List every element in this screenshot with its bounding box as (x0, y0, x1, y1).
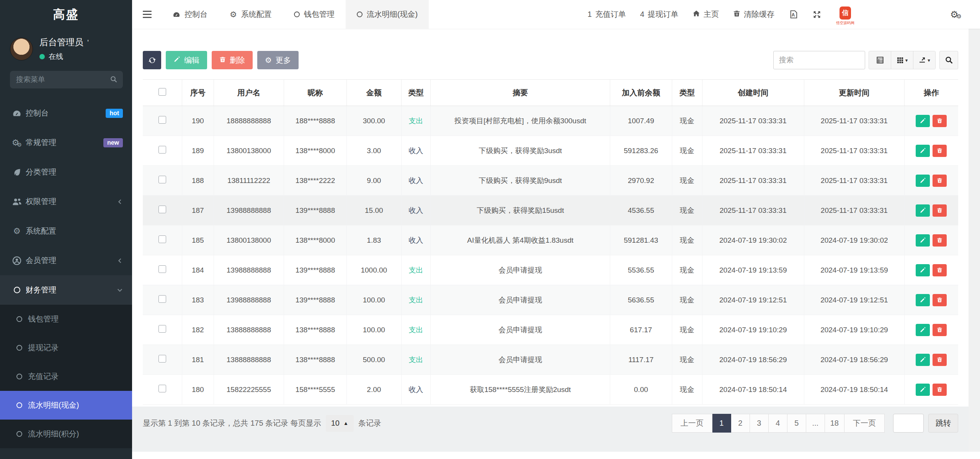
jump-page-input[interactable] (893, 414, 924, 433)
cell-category: 现金 (672, 196, 702, 225)
translate-icon[interactable]: A (789, 10, 798, 19)
row-edit-button[interactable] (916, 264, 930, 276)
submenu-item-recharge-records[interactable]: 充值记录 (0, 362, 132, 391)
tab-flow-cash[interactable]: 流水明细(现金) (346, 0, 429, 29)
refresh-button[interactable] (143, 51, 161, 69)
page-number-button[interactable]: 3 (750, 414, 769, 433)
settings-cogs-icon[interactable]: ⚙⚙ (950, 9, 962, 20)
table-search-input[interactable] (773, 51, 865, 69)
user-name: 后台管理员 (39, 37, 83, 47)
row-checkbox[interactable] (158, 325, 166, 333)
row-delete-button[interactable] (933, 324, 947, 336)
sidebar-item-console[interactable]: 控制台 hot (0, 98, 132, 128)
brand-seal-icon[interactable]: 信 悟空源码网 (836, 7, 855, 26)
tab-wallet[interactable]: 钱包管理 (283, 0, 346, 29)
page-number-button[interactable]: 18 (825, 414, 844, 433)
cell-amount: 15.00 (346, 196, 401, 225)
sidebar-item-general[interactable]: ⚙⚙ 常规管理 new (0, 128, 132, 157)
chevron-left-icon (117, 258, 123, 264)
row-delete-button[interactable] (933, 204, 947, 217)
row-delete-button[interactable] (933, 294, 947, 306)
sidebar-item-finance[interactable]: 财务管理 (0, 275, 132, 305)
export-button[interactable]: ▾ (913, 51, 935, 69)
columns-button[interactable]: ▾ (891, 51, 913, 69)
row-delete-button[interactable] (933, 264, 947, 276)
scrollbar-track[interactable] (969, 29, 980, 452)
sidebar-item-system-config[interactable]: ⚙ 系统配置 (0, 216, 132, 246)
submenu-item-flow-points[interactable]: 流水明细(积分) (0, 420, 132, 448)
recharge-orders-link[interactable]: 1 充值订单 (588, 9, 626, 20)
row-edit-button[interactable] (916, 175, 930, 187)
row-edit-button[interactable] (916, 354, 930, 366)
top-tabs: 控制台 ⚙ 系统配置 钱包管理 流水明细(现金) (162, 0, 429, 29)
sidebar-toggle-button[interactable] (143, 11, 152, 18)
row-checkbox[interactable] (158, 295, 166, 303)
select-all-checkbox[interactable] (158, 88, 166, 96)
row-edit-button[interactable] (916, 234, 930, 247)
cell-nickname: 139****8888 (284, 255, 346, 285)
fullscreen-icon[interactable] (812, 10, 822, 19)
page-number-button[interactable]: 1 (712, 414, 731, 433)
row-delete-button[interactable] (933, 145, 947, 157)
table-row: 181 13888888888 138****8888 500.00 支出 会员… (143, 345, 958, 375)
more-button[interactable]: ⚙ 更多 (257, 51, 299, 69)
page-number-button[interactable]: 5 (787, 414, 806, 433)
column-header: 创建时间 (702, 80, 804, 106)
page-number-button[interactable]: 4 (769, 414, 787, 433)
row-checkbox[interactable] (158, 385, 166, 392)
cell-summary: 获取158****5555注册奖励2usdt (431, 375, 610, 405)
sidebar-item-category[interactable]: 分类管理 (0, 157, 132, 187)
jump-button[interactable]: 跳转 (928, 414, 958, 433)
page-size-select[interactable]: 10 ▲ (326, 415, 354, 432)
app-logo: 高盛 (0, 0, 132, 29)
column-header: 摘要 (431, 80, 610, 106)
row-delete-button[interactable] (933, 354, 947, 366)
row-checkbox[interactable] (158, 116, 166, 124)
submenu-item-flow-cash[interactable]: 流水明细(现金) (0, 391, 132, 420)
submenu-item-withdraw-records[interactable]: 提现记录 (0, 333, 132, 362)
submenu-item-label: 充值记录 (28, 371, 59, 382)
cell-category: 现金 (672, 315, 702, 345)
home-link[interactable]: 主页 (693, 9, 719, 20)
row-checkbox[interactable] (158, 146, 166, 154)
row-edit-button[interactable] (916, 324, 930, 336)
edit-button[interactable]: 编辑 (166, 51, 207, 69)
row-delete-button[interactable] (933, 234, 947, 247)
row-delete-button[interactable] (933, 115, 947, 127)
page-number-button[interactable]: ... (806, 414, 825, 433)
pagination: 上一页 (672, 414, 712, 433)
row-checkbox[interactable] (158, 206, 166, 213)
advanced-search-button[interactable] (939, 51, 958, 69)
row-edit-button[interactable] (916, 384, 930, 396)
menu-search-input[interactable] (10, 71, 123, 88)
page-number-button[interactable]: 2 (731, 414, 750, 433)
row-edit-button[interactable] (916, 294, 930, 306)
prev-page-button[interactable]: 上一页 (672, 414, 712, 433)
clear-cache-link[interactable]: 清除缓存 (733, 9, 774, 20)
row-delete-button[interactable] (933, 175, 947, 187)
tab-console[interactable]: 控制台 (162, 0, 219, 29)
submenu-item-wallet[interactable]: 钱包管理 (0, 305, 132, 333)
delete-button[interactable]: 删除 (212, 51, 253, 69)
row-checkbox[interactable] (158, 235, 166, 243)
row-delete-button[interactable] (933, 384, 947, 396)
next-page-button[interactable]: 下一页 (844, 414, 885, 433)
avatar[interactable] (10, 38, 33, 60)
row-checkbox[interactable] (158, 355, 166, 363)
row-edit-button[interactable] (916, 145, 930, 157)
tab-label: 系统配置 (241, 9, 272, 20)
sidebar-item-permission[interactable]: 权限管理 (0, 187, 132, 216)
row-edit-button[interactable] (916, 115, 930, 127)
column-header: 加入前余额 (610, 80, 672, 106)
row-checkbox[interactable] (158, 176, 166, 183)
withdraw-orders-link[interactable]: 4 提现订单 (640, 9, 678, 20)
sidebar-item-member[interactable]: 会员管理 (0, 246, 132, 275)
row-checkbox[interactable] (158, 265, 166, 273)
detail-view-button[interactable] (869, 51, 891, 69)
cell-summary: 会员申请提现 (431, 255, 610, 285)
tab-system-config[interactable]: ⚙ 系统配置 (219, 0, 283, 29)
row-edit-button[interactable] (916, 204, 930, 217)
cell-created: 2025-11-17 03:33:31 (702, 166, 804, 196)
caret-down-icon: ▾ (928, 57, 930, 63)
user-menu-caret[interactable]: ' (87, 38, 89, 47)
